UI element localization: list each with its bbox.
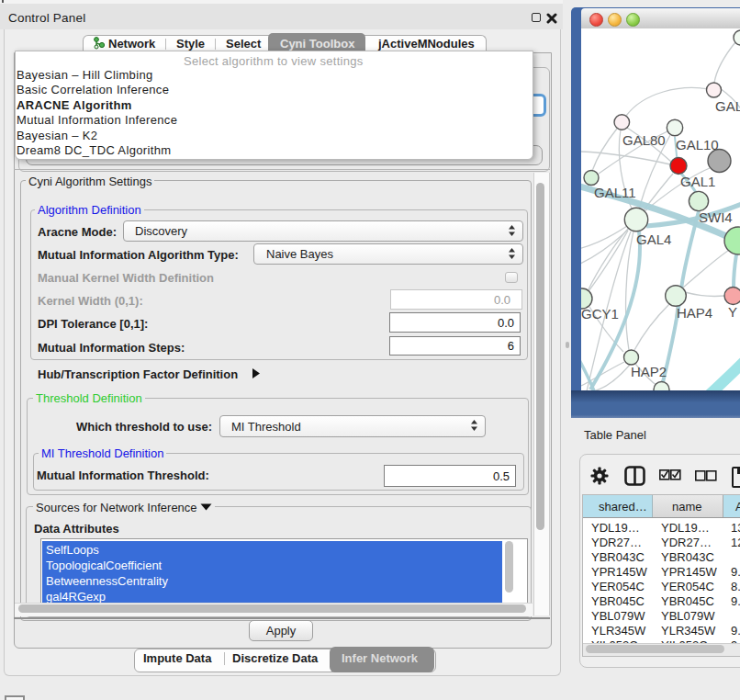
svg-text:GAL80: GAL80: [622, 132, 666, 148]
svg-text:GCY1: GCY1: [581, 306, 619, 322]
svg-text:GAL1: GAL1: [680, 174, 715, 189]
svg-text:HAP4: HAP4: [677, 305, 712, 321]
svg-text:GAL: GAL: [715, 98, 740, 114]
svg-text:GAL10: GAL10: [676, 137, 719, 152]
svg-text:HAP2: HAP2: [631, 364, 667, 379]
svg-text:Y: Y: [728, 304, 737, 320]
svg-text:GAL11: GAL11: [594, 185, 636, 200]
svg-text:GAL4: GAL4: [636, 231, 671, 247]
svg-text:SWI4: SWI4: [699, 209, 733, 225]
